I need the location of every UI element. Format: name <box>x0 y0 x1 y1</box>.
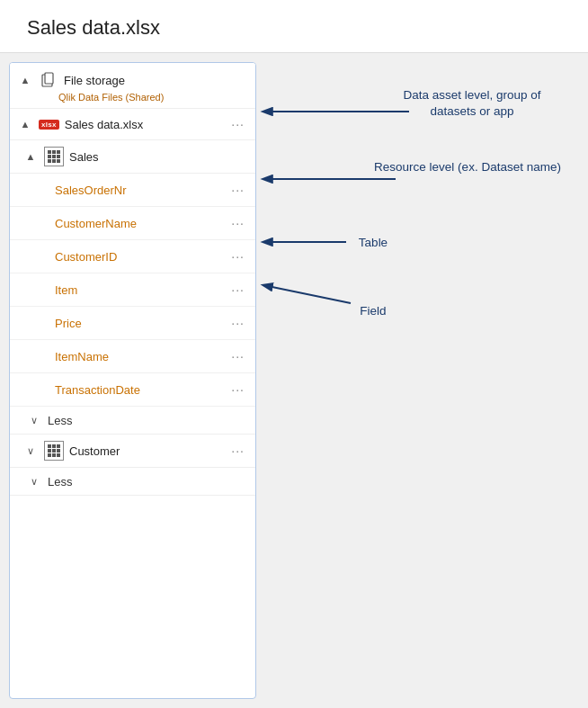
field-label-item: Item <box>55 283 227 297</box>
less-customer-label: Less <box>48 475 72 488</box>
table-customer-dots[interactable]: ··· <box>227 442 248 460</box>
storage-chevron[interactable]: ▲ <box>17 72 33 88</box>
field-row-customername[interactable]: CustomerName ··· <box>10 207 255 240</box>
field-itemname-dots[interactable]: ··· <box>227 347 248 365</box>
field-salesordernr-dots[interactable]: ··· <box>227 181 248 199</box>
field-row-salesordernr[interactable]: SalesOrderNr ··· <box>10 174 255 207</box>
less-row-sales[interactable]: ∨ Less <box>10 407 255 435</box>
resource-label: Sales data.xlsx <box>65 118 228 131</box>
storage-sublabel: Qlik Data Files (Shared) <box>17 92 248 103</box>
table-sales-icon <box>44 147 64 166</box>
field-price-dots[interactable]: ··· <box>227 314 248 332</box>
main-area: ▲ File storage Qlik Data Files (Shared) … <box>0 53 588 708</box>
table-sales-chevron[interactable]: ▲ <box>22 148 39 165</box>
field-label-customerid: CustomerID <box>55 250 227 264</box>
page-header: Sales data.xlsx <box>0 0 588 53</box>
table-row-customer[interactable]: ∨ Customer ··· <box>10 435 255 468</box>
less-sales-label: Less <box>48 414 72 427</box>
page-title: Sales data.xlsx <box>27 16 160 39</box>
annotation-table: Table <box>337 235 409 251</box>
field-customername-dots[interactable]: ··· <box>227 214 248 232</box>
table-customer-icon <box>44 441 64 461</box>
xlsx-badge: xlsx <box>39 120 59 130</box>
table-sales-label: Sales <box>69 150 248 164</box>
field-label-transactiondate: TransactionDate <box>55 383 227 397</box>
storage-row[interactable]: ▲ File storage Qlik Data Files (Shared) <box>10 63 255 109</box>
field-row-price[interactable]: Price ··· <box>10 307 255 340</box>
arrows-svg <box>256 62 579 699</box>
field-customerid-dots[interactable]: ··· <box>227 247 248 265</box>
field-label-price: Price <box>55 317 227 330</box>
less-sales-chevron[interactable]: ∨ <box>26 412 42 428</box>
storage-label: File storage <box>64 74 125 87</box>
resource-chevron[interactable]: ▲ <box>17 116 33 132</box>
annotation-data-asset: Data asset level, group of datasets or a… <box>382 87 562 119</box>
data-panel: ▲ File storage Qlik Data Files (Shared) … <box>9 62 256 699</box>
field-label-salesordernr: SalesOrderNr <box>55 184 227 197</box>
field-item-dots[interactable]: ··· <box>227 281 248 299</box>
file-storage-icon <box>39 70 58 90</box>
annotations-area: Data asset level, group of datasets or a… <box>256 62 579 699</box>
field-transactiondate-dots[interactable]: ··· <box>227 381 248 399</box>
table-customer-label: Customer <box>69 444 227 458</box>
table-customer-chevron[interactable]: ∨ <box>22 443 39 459</box>
table-row-sales[interactable]: ▲ Sales <box>10 140 255 174</box>
svg-rect-1 <box>45 73 53 84</box>
annotation-field: Field <box>337 303 409 319</box>
resource-row[interactable]: ▲ xlsx Sales data.xlsx ··· <box>10 109 255 140</box>
resource-dots-menu[interactable]: ··· <box>227 115 248 133</box>
annotation-resource: Resource level (ex. Dataset name) <box>373 159 562 175</box>
less-row-customer[interactable]: ∨ Less <box>10 468 255 496</box>
field-label-customername: CustomerName <box>55 217 227 230</box>
field-row-item[interactable]: Item ··· <box>10 273 255 307</box>
less-customer-chevron[interactable]: ∨ <box>26 473 42 489</box>
field-row-itemname[interactable]: ItemName ··· <box>10 340 255 373</box>
field-row-transactiondate[interactable]: TransactionDate ··· <box>10 373 255 407</box>
field-label-itemname: ItemName <box>55 350 227 363</box>
svg-line-5 <box>263 285 351 303</box>
field-row-customerid[interactable]: CustomerID ··· <box>10 240 255 273</box>
